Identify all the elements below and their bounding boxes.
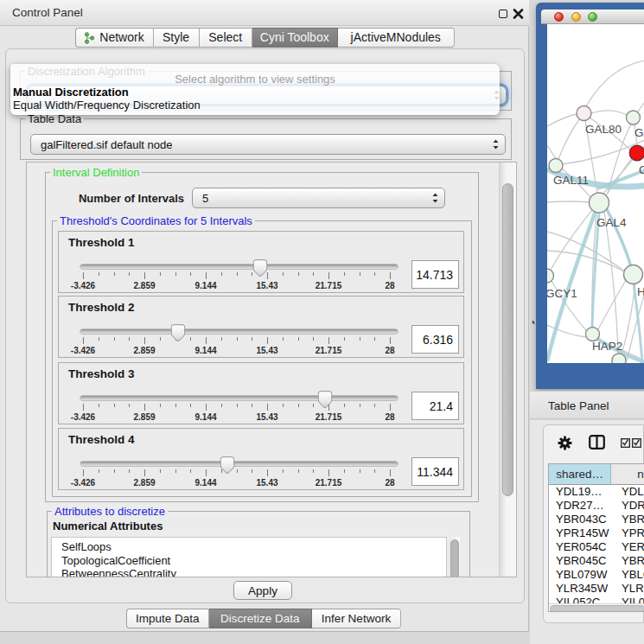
threshold-slider-knob[interactable] bbox=[220, 456, 234, 475]
GAL11-node[interactable] bbox=[549, 158, 563, 172]
tab-infer-network[interactable]: Infer Network bbox=[312, 609, 401, 628]
column-header-name[interactable]: na bbox=[611, 464, 644, 485]
cell-name[interactable]: YLR3 bbox=[613, 582, 644, 596]
algorithm-option-manual[interactable]: Manual Discretization bbox=[13, 86, 497, 99]
cell-name[interactable]: YPR1 bbox=[613, 526, 644, 540]
tick-label: 28 bbox=[385, 412, 394, 422]
table-horizontal-scrollbar-thumb[interactable] bbox=[550, 605, 644, 612]
cell-shared-name[interactable]: YLR345W bbox=[549, 582, 613, 596]
number-of-intervals-combobox[interactable]: 5 bbox=[192, 188, 445, 208]
red-node[interactable] bbox=[629, 145, 644, 160]
minor-tick bbox=[298, 469, 299, 473]
close-icon[interactable] bbox=[513, 8, 524, 20]
tab-jactivemnodules[interactable]: jActiveMNodules bbox=[338, 28, 456, 48]
network-edge[interactable] bbox=[558, 118, 580, 159]
GCY1-node[interactable] bbox=[547, 269, 554, 283]
network-edge[interactable] bbox=[590, 110, 627, 114]
attributes-list-scrollbar[interactable] bbox=[449, 537, 460, 577]
float-window-icon[interactable] bbox=[499, 10, 507, 18]
apply-button[interactable]: Apply bbox=[233, 581, 292, 600]
H-node[interactable] bbox=[623, 265, 642, 284]
table-row[interactable]: YBL079WYBL0 bbox=[549, 568, 644, 582]
algorithm-option-prompt[interactable]: Select algorithm to view settings bbox=[10, 73, 500, 86]
tab-style[interactable]: Style bbox=[154, 28, 200, 48]
table-row[interactable]: YBR045CYBR0 bbox=[549, 554, 644, 568]
tab-impute-data[interactable]: Impute Data bbox=[126, 609, 209, 628]
network-edge[interactable] bbox=[547, 201, 590, 202]
threshold-panel-3: Threshold 3-3.4262.8599.14415.4321.71528… bbox=[58, 362, 464, 424]
threshold-value-field[interactable]: 11.344 bbox=[411, 457, 459, 486]
table-horizontal-scrollbar[interactable] bbox=[549, 603, 644, 613]
bottom-node[interactable] bbox=[612, 354, 626, 363]
settings-scrollbar[interactable] bbox=[499, 163, 516, 577]
mac-minimize-button[interactable] bbox=[571, 12, 581, 22]
network-canvas[interactable]: GAL80GACGAL11GAL4GCY1HHAP2 bbox=[547, 24, 644, 363]
cell-name[interactable]: YBR0 bbox=[613, 513, 644, 526]
GAL80-node[interactable] bbox=[577, 105, 591, 120]
threshold-slider-knob[interactable] bbox=[252, 259, 267, 277]
threshold-slider-knob[interactable] bbox=[171, 324, 186, 342]
attribute-list-item[interactable]: SelfLoops bbox=[52, 540, 446, 554]
attribute-list-item[interactable]: BetweennessCentrality bbox=[52, 567, 446, 577]
network-edge[interactable] bbox=[585, 61, 644, 108]
network-edge[interactable] bbox=[598, 280, 626, 329]
numerical-attributes-label: Numerical Attributes bbox=[53, 520, 163, 532]
cell-shared-name[interactable]: YBL079W bbox=[549, 568, 613, 582]
tab-network[interactable]: Network bbox=[75, 28, 154, 48]
minor-tick bbox=[374, 272, 375, 276]
gear-icon[interactable] bbox=[558, 436, 572, 450]
cell-name[interactable]: YBR0 bbox=[613, 554, 644, 568]
minor-tick bbox=[129, 404, 130, 407]
slider-ticks: -3.4262.8599.14415.4321.71528 bbox=[59, 429, 465, 491]
table-data-combobox[interactable]: galFiltered.sif default node bbox=[30, 134, 506, 155]
GA-node[interactable] bbox=[626, 111, 640, 124]
table-row[interactable]: YPR145WYPR1 bbox=[549, 526, 644, 540]
table-row[interactable]: YDL19…YDL1 bbox=[549, 485, 644, 499]
algorithm-option-equal-width[interactable]: Equal Width/Frequency Discretization bbox=[13, 99, 497, 112]
cell-shared-name[interactable]: YBR043C bbox=[549, 513, 613, 526]
split-view-icon[interactable] bbox=[589, 435, 605, 450]
threshold-value-field[interactable]: 6.316 bbox=[411, 325, 459, 354]
tab-cyni-toolbox[interactable]: Cyni Toolbox bbox=[252, 28, 338, 48]
major-tick bbox=[206, 337, 207, 344]
table-toolbar bbox=[544, 425, 644, 463]
tab-select[interactable]: Select bbox=[200, 28, 253, 48]
column-header-shared-name[interactable]: shared… bbox=[549, 464, 611, 485]
network-edge[interactable] bbox=[622, 284, 635, 354]
table-row[interactable]: YLR345WYLR3 bbox=[549, 582, 644, 596]
table-row[interactable]: YDR27…YDR2 bbox=[549, 499, 644, 513]
cell-name[interactable]: YBL0 bbox=[613, 568, 644, 582]
cell-name[interactable]: YER0 bbox=[613, 540, 644, 554]
cell-shared-name[interactable]: YDR27… bbox=[549, 499, 613, 513]
mac-zoom-button[interactable] bbox=[588, 12, 597, 22]
cell-name[interactable]: YDL1 bbox=[613, 485, 644, 499]
tab-discretize-data[interactable]: Discretize Data bbox=[209, 609, 313, 628]
threshold-value-field[interactable]: 14.713 bbox=[411, 260, 459, 289]
attributes-list-scrollbar-thumb[interactable] bbox=[450, 539, 459, 577]
tick-label: -3.426 bbox=[71, 281, 95, 290]
attribute-list-item[interactable]: TopologicalCoefficient bbox=[52, 554, 446, 568]
minor-tick bbox=[114, 337, 115, 341]
cell-shared-name[interactable]: YER054C bbox=[549, 540, 613, 554]
select-columns-icon[interactable] bbox=[621, 438, 642, 448]
threshold-slider-knob[interactable] bbox=[318, 391, 333, 409]
cell-name[interactable]: YDR2 bbox=[613, 499, 644, 513]
tab-cyni-toolbox-label: Cyni Toolbox bbox=[260, 30, 329, 44]
table-row[interactable]: YER054CYER0 bbox=[549, 540, 644, 554]
table-row[interactable]: YBR043CYBR0 bbox=[549, 513, 644, 526]
cell-shared-name[interactable]: YDL19… bbox=[549, 485, 613, 499]
cell-shared-name[interactable]: YPR145W bbox=[549, 526, 613, 540]
GAL4-node[interactable] bbox=[589, 193, 609, 213]
settings-scrollbar-thumb[interactable] bbox=[502, 183, 513, 496]
network-edge[interactable] bbox=[547, 251, 624, 271]
network-edge[interactable] bbox=[547, 114, 577, 126]
minor-tick bbox=[252, 469, 252, 473]
node-label-H: H bbox=[637, 285, 644, 298]
cell-shared-name[interactable]: YBR045C bbox=[549, 554, 613, 568]
major-tick bbox=[390, 404, 391, 411]
mac-close-button[interactable] bbox=[554, 12, 564, 22]
table-data-group: Table Data galFiltered.sif default node bbox=[20, 118, 512, 160]
threshold-value-field[interactable]: 21.4 bbox=[411, 392, 459, 420]
numerical-attributes-list[interactable]: SelfLoopsTopologicalCoefficientBetweenne… bbox=[51, 537, 447, 577]
network-edge[interactable] bbox=[604, 212, 618, 354]
